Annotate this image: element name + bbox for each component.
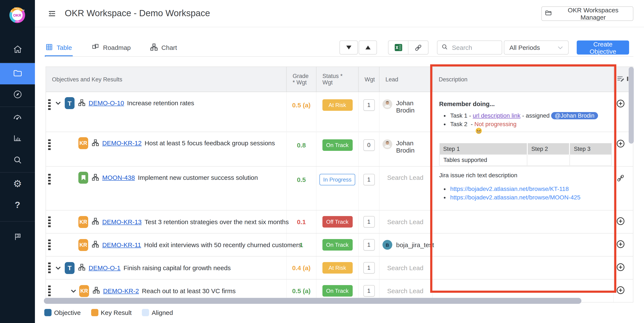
weight-input[interactable]: 1 [363,216,374,227]
okr-logo[interactable]: OBJECTIVE RESULT KEY OKR [9,7,25,23]
col-header-status[interactable]: Status * Wgt [316,67,359,92]
weight-input[interactable]: 1 [363,239,374,250]
weight-input[interactable]: 1 [363,174,374,185]
status-chip[interactable]: At Risk [322,262,352,273]
key-result-type-badge: KR [79,285,89,297]
hierarchy-icon[interactable] [78,263,85,272]
compose-icon[interactable] [616,74,625,84]
jira-url-link[interactable]: https://bojadev2.atlassian.net/browse/MO… [450,194,580,201]
item-id-link[interactable]: MOON-438 [102,174,135,181]
collapse-all-button[interactable] [340,41,358,55]
col-header-description[interactable]: Description [433,67,614,92]
status-chip[interactable]: On Track [322,139,352,151]
status-chip[interactable]: On Track [322,239,352,250]
drag-handle-icon[interactable] [48,285,51,296]
hierarchy-icon[interactable] [78,99,85,108]
lead-search-placeholder[interactable]: Search Lead [382,174,423,181]
sidebar-item-explore[interactable] [0,84,35,106]
hierarchy-icon[interactable] [92,240,99,249]
lead-search-placeholder[interactable]: Search Lead [382,264,423,271]
sidebar-item-flags[interactable] [0,227,35,248]
description-link[interactable]: url description link [473,112,520,119]
unlink-icon[interactable] [616,174,625,184]
export-excel-button[interactable] [388,41,408,54]
item-id-link[interactable]: DEMO-O-10 [88,99,124,107]
copy-link-button[interactable] [408,41,428,54]
expand-all-button[interactable] [359,41,377,55]
chevron-expand-icon[interactable] [71,287,76,295]
gear-icon: ⚙ [13,179,22,189]
item-id-link[interactable]: DEMO-KR-13 [102,218,142,225]
add-child-icon[interactable] [616,286,625,296]
folder-tab-icon [544,9,552,18]
item-id-link[interactable]: DEMO-KR-2 [103,287,139,294]
item-id-link[interactable]: DEMO-O-1 [88,264,120,271]
description-cell[interactable]: Jira issue rich text description https:/… [433,167,614,210]
lead-search-placeholder[interactable]: Search Lead [382,287,423,294]
weight-input[interactable]: 1 [363,262,374,273]
sidebar-item-help[interactable]: ? [0,194,35,216]
sidebar-item-home[interactable] [0,39,35,61]
description-cell[interactable] [433,233,614,256]
drag-handle-icon[interactable] [48,262,51,273]
status-chip[interactable]: In Progress [320,174,356,185]
status-chip[interactable]: On Track [322,285,352,296]
drag-handle-icon[interactable] [48,139,51,150]
weight-input[interactable]: 0 [363,139,374,151]
drag-handle-icon[interactable] [48,99,51,110]
grade-value: 0.5 [287,167,316,210]
drag-handle-icon[interactable] [48,239,51,250]
lead-search-placeholder[interactable]: Search Lead [382,218,423,225]
col-header-lead[interactable]: Lead [380,67,433,92]
status-chip[interactable]: Off Track [322,216,352,227]
search-input[interactable] [451,44,495,52]
sidebar-item-dashboard[interactable] [0,107,35,129]
description-cell[interactable]: Step 1 Step 2 Step 3 Tables supported [433,132,614,166]
sidebar-item-reports[interactable] [0,128,35,149]
description-cell[interactable] [433,210,614,233]
avatar [382,139,392,149]
vertical-scrollbar[interactable] [629,67,634,144]
item-id-link[interactable]: DEMO-KR-12 [102,139,142,147]
add-child-icon[interactable] [616,263,625,273]
chevron-expand-icon[interactable] [55,99,61,107]
user-mention[interactable]: @Johan Brodin [551,112,598,119]
weight-input[interactable]: 1 [363,99,374,111]
sidebar-item-search[interactable] [0,150,35,171]
weight-input[interactable]: 1 [363,285,374,296]
description-cell[interactable] [433,256,614,279]
table-row: KR DEMO-KR-12 Host at least 5 focus feed… [46,132,633,167]
sidebar-item-workspaces[interactable] [0,63,35,84]
col-header-wgt[interactable]: Wgt [359,67,380,92]
lead-name[interactable]: Johan Brodin [396,99,432,114]
hierarchy-icon[interactable] [92,139,99,148]
lead-name[interactable]: boja_jira_test [396,241,434,248]
add-child-icon[interactable] [616,217,625,227]
status-chip[interactable]: At Risk [322,99,352,111]
jira-url-link[interactable]: https://bojadev2.atlassian.net/browse/KT… [450,185,569,192]
col-header-objectives[interactable]: Objectives and Key Results [46,67,287,92]
item-id-link[interactable]: DEMO-KR-11 [102,241,141,248]
hierarchy-icon[interactable] [93,286,100,295]
okr-workspaces-manager-button[interactable]: OKR Workspaces Manager [541,7,633,21]
add-child-icon[interactable] [616,139,625,150]
sidebar-item-settings[interactable]: ⚙ [0,173,35,194]
table-header-row: Objectives and Key Results Grade * Wgt S… [46,67,633,92]
add-child-icon[interactable] [616,99,625,110]
period-select[interactable]: All Periods [504,41,568,55]
menu-open-icon[interactable] [47,9,57,20]
chevron-expand-icon[interactable] [55,264,61,272]
tab-chart[interactable]: Chart [150,38,177,57]
create-objective-button[interactable]: Create Objective [577,41,629,55]
hierarchy-icon[interactable] [92,217,99,226]
drag-handle-icon[interactable] [48,174,51,184]
flag-icon [12,232,22,243]
lead-name[interactable]: Johan Brodin [396,139,432,154]
tab-table[interactable]: Table [46,38,72,57]
col-header-grade[interactable]: Grade * Wgt [287,67,316,92]
horizontal-scrollbar[interactable] [44,298,582,304]
drag-handle-icon[interactable] [48,216,51,227]
add-child-icon[interactable] [616,240,625,250]
tab-roadmap[interactable]: Roadmap [92,38,131,57]
hierarchy-icon[interactable] [92,174,99,182]
